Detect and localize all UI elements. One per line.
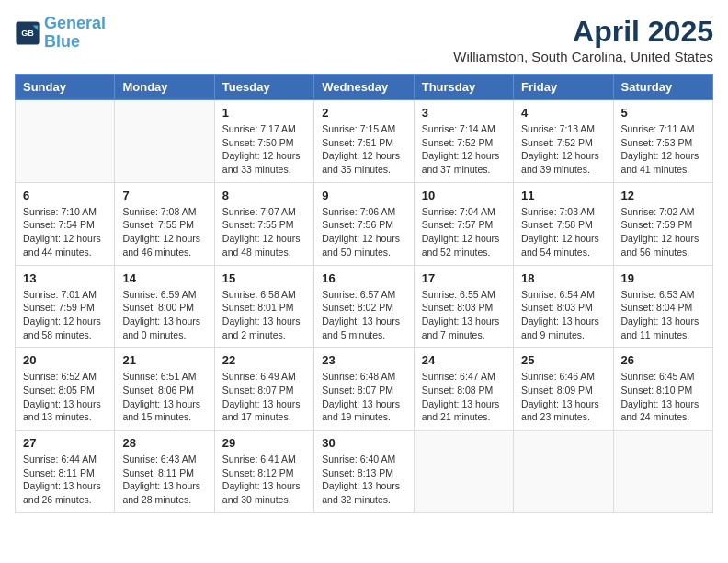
day-number: 7 (122, 189, 206, 202)
calendar-cell (414, 431, 513, 513)
day-info: Sunrise: 6:54 AM Sunset: 8:03 PM Dayligh… (521, 288, 605, 342)
weekday-header: Tuesday (214, 75, 313, 100)
title-block: April 2025 Williamston, South Carolina, … (453, 15, 713, 64)
calendar-cell: 30Sunrise: 6:40 AM Sunset: 8:13 PM Dayli… (314, 431, 414, 513)
weekday-header: Thursday (414, 75, 513, 100)
day-info: Sunrise: 6:58 AM Sunset: 8:01 PM Dayligh… (222, 288, 306, 342)
weekday-header: Wednesday (314, 75, 414, 100)
day-info: Sunrise: 7:04 AM Sunset: 7:57 PM Dayligh… (422, 205, 506, 259)
day-info: Sunrise: 7:11 AM Sunset: 7:53 PM Dayligh… (621, 122, 705, 177)
day-number: 20 (23, 353, 107, 367)
weekday-header: Sunday (16, 75, 115, 100)
calendar-cell: 16Sunrise: 6:57 AM Sunset: 8:02 PM Dayli… (314, 265, 414, 348)
day-info: Sunrise: 7:01 AM Sunset: 7:59 PM Dayligh… (23, 288, 107, 342)
day-info: Sunrise: 6:52 AM Sunset: 8:05 PM Dayligh… (23, 370, 107, 424)
calendar-week-row: 27Sunrise: 6:44 AM Sunset: 8:11 PM Dayli… (16, 431, 713, 513)
day-number: 24 (422, 353, 506, 367)
day-number: 3 (422, 106, 506, 120)
day-number: 8 (222, 189, 306, 202)
day-info: Sunrise: 6:49 AM Sunset: 8:07 PM Dayligh… (222, 370, 306, 424)
weekday-header: Friday (514, 75, 613, 100)
calendar-cell: 1Sunrise: 7:17 AM Sunset: 7:50 PM Daylig… (214, 100, 313, 183)
calendar-cell: 22Sunrise: 6:49 AM Sunset: 8:07 PM Dayli… (214, 348, 313, 431)
day-info: Sunrise: 7:08 AM Sunset: 7:55 PM Dayligh… (122, 205, 206, 259)
calendar-cell: 19Sunrise: 6:53 AM Sunset: 8:04 PM Dayli… (613, 265, 712, 348)
calendar-cell: 4Sunrise: 7:13 AM Sunset: 7:52 PM Daylig… (514, 100, 613, 183)
day-number: 9 (322, 189, 405, 202)
calendar-cell: 15Sunrise: 6:58 AM Sunset: 8:01 PM Dayli… (214, 265, 313, 348)
day-number: 18 (521, 271, 605, 285)
svg-text:GB: GB (21, 29, 34, 38)
day-info: Sunrise: 6:45 AM Sunset: 8:10 PM Dayligh… (621, 370, 705, 424)
day-info: Sunrise: 6:46 AM Sunset: 8:09 PM Dayligh… (521, 370, 605, 424)
calendar-cell: 5Sunrise: 7:11 AM Sunset: 7:53 PM Daylig… (613, 100, 712, 183)
day-number: 11 (521, 189, 605, 202)
day-number: 6 (23, 189, 107, 202)
day-info: Sunrise: 6:41 AM Sunset: 8:12 PM Dayligh… (222, 453, 306, 507)
calendar-cell: 2Sunrise: 7:15 AM Sunset: 7:51 PM Daylig… (314, 100, 414, 183)
calendar-cell: 10Sunrise: 7:04 AM Sunset: 7:57 PM Dayli… (414, 182, 513, 265)
day-number: 17 (422, 271, 506, 285)
day-info: Sunrise: 7:14 AM Sunset: 7:52 PM Dayligh… (422, 122, 506, 177)
weekday-header-row: SundayMondayTuesdayWednesdayThursdayFrid… (16, 75, 713, 100)
calendar-cell: 7Sunrise: 7:08 AM Sunset: 7:55 PM Daylig… (115, 182, 214, 265)
day-number: 1 (222, 106, 306, 120)
day-number: 19 (621, 271, 705, 285)
calendar-cell (115, 100, 214, 183)
day-number: 12 (621, 189, 705, 202)
day-number: 16 (322, 271, 405, 285)
calendar-week-row: 20Sunrise: 6:52 AM Sunset: 8:05 PM Dayli… (16, 348, 713, 431)
calendar-cell: 6Sunrise: 7:10 AM Sunset: 7:54 PM Daylig… (16, 182, 115, 265)
day-info: Sunrise: 7:02 AM Sunset: 7:59 PM Dayligh… (621, 205, 705, 259)
day-number: 29 (222, 436, 306, 450)
day-number: 27 (23, 436, 107, 450)
day-info: Sunrise: 6:44 AM Sunset: 8:11 PM Dayligh… (23, 453, 107, 507)
calendar-cell: 20Sunrise: 6:52 AM Sunset: 8:05 PM Dayli… (16, 348, 115, 431)
calendar-cell: 18Sunrise: 6:54 AM Sunset: 8:03 PM Dayli… (514, 265, 613, 348)
calendar-cell: 8Sunrise: 7:07 AM Sunset: 7:55 PM Daylig… (214, 182, 313, 265)
day-number: 15 (222, 271, 306, 285)
day-info: Sunrise: 7:13 AM Sunset: 7:52 PM Dayligh… (521, 122, 605, 177)
calendar-cell: 12Sunrise: 7:02 AM Sunset: 7:59 PM Dayli… (613, 182, 712, 265)
calendar-cell: 13Sunrise: 7:01 AM Sunset: 7:59 PM Dayli… (16, 265, 115, 348)
day-info: Sunrise: 6:40 AM Sunset: 8:13 PM Dayligh… (322, 453, 405, 507)
day-number: 21 (122, 353, 206, 367)
calendar-cell (613, 431, 712, 513)
day-info: Sunrise: 6:43 AM Sunset: 8:11 PM Dayligh… (122, 453, 206, 507)
day-info: Sunrise: 6:48 AM Sunset: 8:07 PM Dayligh… (322, 370, 405, 424)
day-number: 22 (222, 353, 306, 367)
day-info: Sunrise: 6:59 AM Sunset: 8:00 PM Dayligh… (122, 288, 206, 342)
day-number: 4 (521, 106, 605, 120)
day-number: 25 (521, 353, 605, 367)
calendar-cell: 23Sunrise: 6:48 AM Sunset: 8:07 PM Dayli… (314, 348, 414, 431)
day-info: Sunrise: 7:07 AM Sunset: 7:55 PM Dayligh… (222, 205, 306, 259)
day-info: Sunrise: 6:51 AM Sunset: 8:06 PM Dayligh… (122, 370, 206, 424)
calendar-week-row: 13Sunrise: 7:01 AM Sunset: 7:59 PM Dayli… (16, 265, 713, 348)
day-number: 2 (322, 106, 405, 120)
weekday-header: Monday (115, 75, 214, 100)
calendar-cell: 14Sunrise: 6:59 AM Sunset: 8:00 PM Dayli… (115, 265, 214, 348)
calendar-cell: 27Sunrise: 6:44 AM Sunset: 8:11 PM Dayli… (16, 431, 115, 513)
day-info: Sunrise: 7:06 AM Sunset: 7:56 PM Dayligh… (322, 205, 405, 259)
day-info: Sunrise: 6:53 AM Sunset: 8:04 PM Dayligh… (621, 288, 705, 342)
calendar-cell: 21Sunrise: 6:51 AM Sunset: 8:06 PM Dayli… (115, 348, 214, 431)
day-number: 5 (621, 106, 705, 120)
calendar: SundayMondayTuesdayWednesdayThursdayFrid… (15, 74, 713, 513)
page-header: GB General Blue April 2025 Williamston, … (15, 15, 713, 64)
calendar-cell: 28Sunrise: 6:43 AM Sunset: 8:11 PM Dayli… (115, 431, 214, 513)
day-number: 30 (322, 436, 405, 450)
calendar-cell: 17Sunrise: 6:55 AM Sunset: 8:03 PM Dayli… (414, 265, 513, 348)
day-info: Sunrise: 6:57 AM Sunset: 8:02 PM Dayligh… (322, 288, 405, 342)
day-info: Sunrise: 7:10 AM Sunset: 7:54 PM Dayligh… (23, 205, 107, 259)
day-info: Sunrise: 7:03 AM Sunset: 7:58 PM Dayligh… (521, 205, 605, 259)
day-info: Sunrise: 7:17 AM Sunset: 7:50 PM Dayligh… (222, 122, 306, 177)
calendar-week-row: 1Sunrise: 7:17 AM Sunset: 7:50 PM Daylig… (16, 100, 713, 183)
day-number: 10 (422, 189, 506, 202)
calendar-cell (16, 100, 115, 183)
calendar-cell: 3Sunrise: 7:14 AM Sunset: 7:52 PM Daylig… (414, 100, 513, 183)
logo: GB General Blue (15, 15, 106, 52)
day-number: 23 (322, 353, 405, 367)
calendar-cell: 29Sunrise: 6:41 AM Sunset: 8:12 PM Dayli… (214, 431, 313, 513)
logo-text: General Blue (44, 15, 106, 52)
calendar-cell: 24Sunrise: 6:47 AM Sunset: 8:08 PM Dayli… (414, 348, 513, 431)
